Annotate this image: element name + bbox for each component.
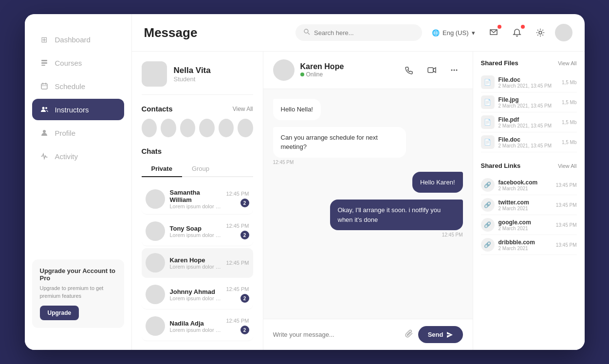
chat-preview: Lorem ipsum dolor sit amet... <box>170 327 221 333</box>
link-item-google[interactable]: 🔗 google.com 2 March 2021 13:45 PM <box>481 215 577 235</box>
dashboard-icon: ⊞ <box>39 35 49 44</box>
file-date: 2 March 2021, 13:45 PM <box>498 103 558 109</box>
contact-avatar-6[interactable] <box>238 119 253 137</box>
chats-title: Chats <box>142 147 253 155</box>
send-label: Send <box>428 331 443 338</box>
sidebar-item-dashboard[interactable]: ⊞ Dashboard <box>32 29 124 50</box>
file-item[interactable]: 📄 File.pdf 2 March 2021, 13:45 PM 1,5 Mb <box>481 112 577 132</box>
notification-badge <box>521 25 525 29</box>
chat-header: Karen Hope Online <box>263 52 473 89</box>
instructors-icon <box>39 105 49 114</box>
search-input[interactable] <box>314 29 414 36</box>
sidebar-item-courses[interactable]: Courses <box>32 52 124 73</box>
file-item[interactable]: 📄 File.jpg 2 March 2021, 13:45 PM 1,5 Mb <box>481 92 577 112</box>
file-jpg-icon: 📄 <box>481 95 495 109</box>
file-doc2-icon: 📄 <box>481 135 495 149</box>
message-input[interactable] <box>273 331 400 338</box>
shared-links-section: Shared Links View All 🔗 facebook.com 2 M… <box>481 162 577 255</box>
file-name: File.pdf <box>498 116 558 123</box>
contact-avatar-2[interactable] <box>161 119 176 137</box>
messages-area: Hello Nella! Can you arrange schedule fo… <box>263 89 473 319</box>
chat-item-johnny[interactable]: Johnny Ahmad Lorem ipsum dolor sit amet.… <box>142 280 253 309</box>
left-panel: Nella Vita Student Contacts View All <box>132 52 263 350</box>
svg-point-15 <box>453 70 455 71</box>
link-item-facebook[interactable]: 🔗 facebook.com 2 March 2021 13:45 PM <box>481 175 577 195</box>
search-bar[interactable] <box>295 24 422 41</box>
svg-rect-2 <box>41 65 45 66</box>
link-item-dribbble[interactable]: 🔗 dribbble.com 2 March 2021 13:45 PM <box>481 235 577 255</box>
svg-line-11 <box>308 33 310 35</box>
chat-time: 12:45 PM <box>226 260 249 266</box>
chat-info: Karen Hope Lorem ipsum dolor sit amet... <box>170 256 221 270</box>
chat-item-samantha[interactable]: Samantha William Lorem ipsum dolor sit a… <box>142 184 253 215</box>
contacts-row <box>142 119 253 137</box>
chat-badge: 2 <box>240 294 249 303</box>
file-date: 2 March 2021, 13:45 PM <box>498 123 558 128</box>
message-wrapper: Hello Karen! <box>273 172 463 193</box>
chat-item-karen[interactable]: Karen Hope Lorem ipsum dolor sit amet...… <box>142 248 253 278</box>
language-selector[interactable]: 🌐 Eng (US) ▾ <box>432 29 475 36</box>
sidebar-item-schedule[interactable]: Schedule <box>32 75 124 97</box>
page-title: Message <box>144 25 296 40</box>
messages-icon-btn[interactable] <box>485 24 502 41</box>
message-wrapper: Can you arrange schedule for next meetin… <box>273 127 463 165</box>
upgrade-button[interactable]: Upgrade <box>40 306 79 320</box>
phone-call-button[interactable] <box>401 61 418 79</box>
svg-point-12 <box>539 31 542 34</box>
svg-point-10 <box>304 29 308 33</box>
main-panel: Message 🌐 Eng (US) ▾ <box>132 14 585 350</box>
tab-private[interactable]: Private <box>142 161 182 177</box>
search-icon <box>303 28 310 37</box>
chat-badge: 2 <box>240 231 249 239</box>
contacts-view-all[interactable]: View All <box>233 106 253 112</box>
chat-area: Karen Hope Online <box>263 52 473 350</box>
attach-button[interactable] <box>405 329 413 340</box>
link-info: google.com 2 March 2021 <box>498 219 552 231</box>
sidebar-item-profile[interactable]: Profile <box>32 122 124 144</box>
upgrade-title: Upgrade your Account to Pro <box>40 267 116 282</box>
more-options-button[interactable] <box>445 61 463 79</box>
user-avatar[interactable] <box>555 24 572 41</box>
file-size: 1,5 Mb <box>562 140 577 145</box>
link-info: facebook.com 2 March 2021 <box>498 179 552 191</box>
notifications-icon-btn[interactable] <box>508 24 526 41</box>
contact-avatar-4[interactable] <box>199 119 215 137</box>
file-item[interactable]: 📄 File.doc 2 March 2021, 13:45 PM 1,5 Mb <box>481 73 577 92</box>
contact-avatar-3[interactable] <box>180 119 196 137</box>
send-button[interactable]: Send <box>418 326 463 343</box>
chat-user-avatar <box>273 59 295 81</box>
message-time: 12:45 PM <box>442 232 463 237</box>
shared-files-view-all[interactable]: View All <box>558 60 576 66</box>
sidebar-item-activity[interactable]: Activity <box>32 146 124 167</box>
message-bubble: Okay, I'll arrange it soon. i notfify yo… <box>330 200 463 230</box>
chat-preview: Lorem ipsum dolor sit amet... <box>170 295 221 301</box>
contacts-title: Contacts <box>142 105 173 113</box>
link-icon: 🔗 <box>481 218 495 232</box>
file-item[interactable]: 📄 File.doc 2 March 2021, 13:45 PM 1,5 Mb <box>481 132 577 152</box>
file-info: File.pdf 2 March 2021, 13:45 PM <box>498 116 558 128</box>
chat-item-tony[interactable]: Tony Soap Lorem ipsum dolor sit amet... … <box>142 217 253 246</box>
link-item-twitter[interactable]: 🔗 twitter.com 2 March 2021 13:45 PM <box>481 195 577 215</box>
chat-status: Online <box>300 71 344 78</box>
svg-point-14 <box>451 70 452 71</box>
link-date: 2 March 2021 <box>498 226 552 231</box>
contact-avatar-5[interactable] <box>219 119 234 137</box>
svg-rect-1 <box>41 62 47 64</box>
shared-links-view-all[interactable]: View All <box>558 163 576 169</box>
chat-name: Karen Hope <box>170 256 221 264</box>
svg-point-8 <box>45 107 47 109</box>
right-panel: Shared Files View All 📄 File.doc 2 March… <box>473 52 585 350</box>
message-wrapper: Hello Nella! <box>273 99 463 120</box>
chat-item-nadila[interactable]: Nadila Adja Lorem ipsum dolor sit amet..… <box>142 311 253 341</box>
chat-preview: Lorem ipsum dolor sit amet... <box>170 203 221 209</box>
sidebar-item-label: Instructors <box>55 106 89 114</box>
sidebar: ⊞ Dashboard Courses Schedule Instructor <box>25 14 132 350</box>
video-call-button[interactable] <box>423 61 441 79</box>
contact-avatar-1[interactable] <box>142 119 157 137</box>
tab-group[interactable]: Group <box>182 161 219 177</box>
chat-preview: Lorem ipsum dolor sit amet... <box>170 232 221 238</box>
sidebar-item-instructors[interactable]: Instructors <box>32 99 124 120</box>
chat-avatar <box>146 221 165 241</box>
message-bubble: Can you arrange schedule for next meetin… <box>273 127 406 158</box>
settings-icon-btn[interactable] <box>532 24 549 41</box>
